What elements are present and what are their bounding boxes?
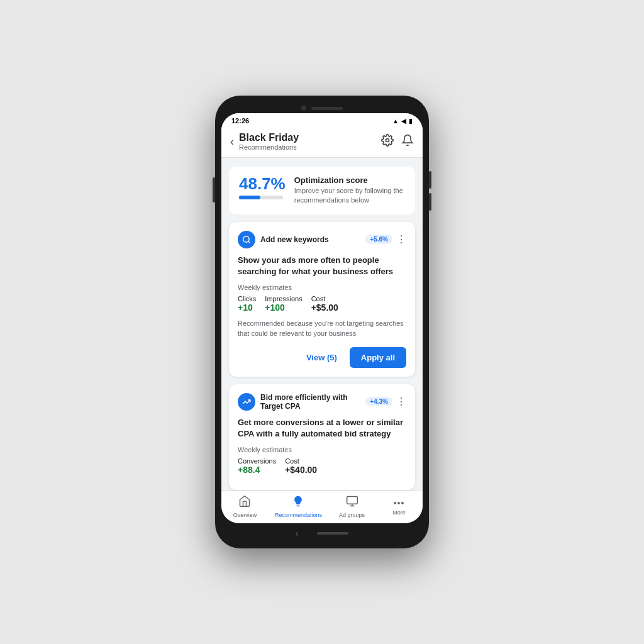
svg-point-1 <box>243 236 249 242</box>
clicks-value: +10 <box>238 303 256 313</box>
svg-point-0 <box>386 138 389 142</box>
stat-impressions: Impressions +100 <box>265 295 302 313</box>
phone-shell: 12:26 ▲ ◀ ▮ ‹ Black Friday Recommendatio… <box>215 96 429 548</box>
stat-clicks: Clicks +10 <box>238 295 256 313</box>
nav-title: Black Friday <box>239 132 299 143</box>
tab-more[interactable]: ••• More <box>382 498 416 516</box>
status-time: 12:26 <box>231 117 249 125</box>
speaker <box>311 107 343 110</box>
notifications-icon[interactable] <box>401 134 414 150</box>
power-button <box>213 177 215 203</box>
phone-bottom: ‹ <box>221 523 423 542</box>
cpa-icon <box>238 393 255 411</box>
camera <box>301 106 306 111</box>
cpa-cost-value: +$40.00 <box>285 465 317 475</box>
keywords-card-actions: View (5) Apply all <box>238 347 406 368</box>
cpa-headline: Get more conversions at a lower or simil… <box>238 417 406 440</box>
tab-recommendations[interactable]: Recommendations <box>275 495 322 518</box>
svg-line-2 <box>248 241 250 243</box>
cpa-more-icon[interactable]: ⋮ <box>396 396 406 408</box>
score-bar-fill <box>239 196 260 199</box>
volume-down-button <box>429 193 431 211</box>
score-text-block: Optimization score Improve your score by… <box>294 175 405 206</box>
ad-groups-icon <box>346 495 358 511</box>
cost-label: Cost <box>311 295 338 303</box>
keywords-reason: Recommended because you're not targeting… <box>238 319 406 338</box>
recommendations-label: Recommendations <box>275 512 322 518</box>
bottom-nav: Overview Recommendations <box>221 491 423 523</box>
cpa-cost-label: Cost <box>285 457 317 465</box>
signal-icon: ◀ <box>401 118 406 125</box>
back-gesture: ‹ <box>296 528 299 538</box>
keywords-headline: Show your ads more often to people searc… <box>238 255 406 277</box>
stat-cost: Cost +$5.00 <box>311 295 338 313</box>
rec-header-right: +5.6% ⋮ <box>365 233 406 245</box>
keywords-title: Add new keywords <box>260 235 329 244</box>
stat-conversions: Conversions +88.4 <box>238 457 276 475</box>
score-label: Optimization score <box>294 175 405 185</box>
status-icons: ▲ ◀ ▮ <box>392 118 413 125</box>
conversions-value: +88.4 <box>238 465 276 475</box>
phone-screen: 12:26 ▲ ◀ ▮ ‹ Black Friday Recommendatio… <box>221 113 423 523</box>
battery-icon: ▮ <box>409 118 413 125</box>
wifi-icon: ▲ <box>392 118 399 125</box>
clicks-label: Clicks <box>238 295 256 303</box>
score-value: 48.7% <box>239 175 286 192</box>
score-section: 48.7% Optimization score Improve your sc… <box>229 167 415 214</box>
more-label: More <box>392 509 406 516</box>
top-nav: ‹ Black Friday Recommendations <box>221 127 423 158</box>
impressions-value: +100 <box>265 303 302 313</box>
rec-card-header-keywords: Add new keywords +5.6% ⋮ <box>238 231 406 248</box>
nav-subtitle: Recommendations <box>239 143 299 151</box>
overview-label: Overview <box>233 512 257 518</box>
cpa-weekly-label: Weekly estimates <box>238 446 406 453</box>
score-description: Improve your score by following the reco… <box>294 186 405 206</box>
cpa-stats-row: Conversions +88.4 Cost +$40.00 <box>238 457 406 475</box>
nav-icons <box>381 134 414 150</box>
rec-card-header-cpa: Bid more efficiently with Target CPA +4.… <box>238 393 406 411</box>
home-bar <box>317 532 348 535</box>
ad-groups-label: Ad groups <box>339 512 365 518</box>
nav-title-block: Black Friday Recommendations <box>239 132 299 151</box>
settings-icon[interactable] <box>381 134 394 150</box>
apply-all-button[interactable]: Apply all <box>350 347 406 368</box>
phone-notch <box>221 102 423 113</box>
score-bar-wrap <box>239 196 283 199</box>
rec-header-right-cpa: +4.3% ⋮ <box>365 396 406 408</box>
keywords-icon <box>238 231 255 248</box>
cost-value: +$5.00 <box>311 303 338 313</box>
keywords-badge: +5.6% <box>365 235 392 244</box>
tab-overview[interactable]: Overview <box>228 495 262 518</box>
rec-header-left: Add new keywords <box>238 231 329 248</box>
rec-card-keywords: Add new keywords +5.6% ⋮ Show your ads m… <box>229 222 415 377</box>
svg-rect-3 <box>347 497 357 504</box>
view-button[interactable]: View (5) <box>300 348 343 367</box>
back-button[interactable]: ‹ <box>230 135 234 148</box>
score-value-block: 48.7% <box>239 175 286 199</box>
more-icon: ••• <box>394 498 405 508</box>
overview-icon <box>238 495 251 511</box>
rec-header-left-cpa: Bid more efficiently with Target CPA <box>238 393 365 411</box>
rec-card-target-cpa: Bid more efficiently with Target CPA +4.… <box>229 384 415 490</box>
screen-content: 48.7% Optimization score Improve your sc… <box>221 158 423 491</box>
nav-left: ‹ Black Friday Recommendations <box>230 132 299 151</box>
keywords-stats-row: Clicks +10 Impressions +100 Cost +$5.00 <box>238 295 406 313</box>
stat-cpa-cost: Cost +$40.00 <box>285 457 317 475</box>
keywords-weekly-label: Weekly estimates <box>238 284 406 291</box>
impressions-label: Impressions <box>265 295 302 303</box>
keywords-more-icon[interactable]: ⋮ <box>396 233 406 245</box>
status-bar: 12:26 ▲ ◀ ▮ <box>221 113 423 127</box>
tab-ad-groups[interactable]: Ad groups <box>335 495 369 518</box>
recommendations-icon <box>292 495 304 511</box>
volume-up-button <box>429 171 431 189</box>
cpa-badge: +4.3% <box>365 397 392 406</box>
conversions-label: Conversions <box>238 457 276 465</box>
cpa-title: Bid more efficiently with Target CPA <box>260 393 365 411</box>
